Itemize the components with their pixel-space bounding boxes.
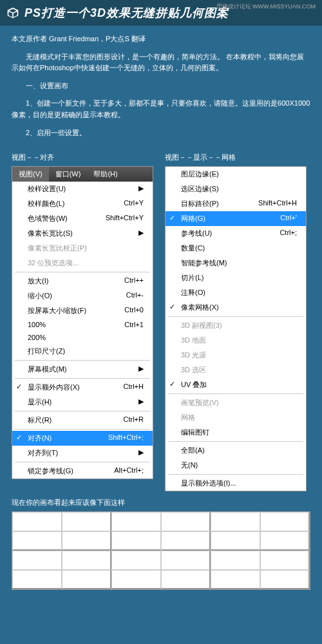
menu-item-label: 校样颜色(L) [28,199,64,209]
grid-cell [62,570,111,589]
submenu-arrow-icon: ▶ [138,184,144,194]
menu-item-label: 网格(G) [181,214,205,223]
menu-item-label: 数量(C) [181,243,205,253]
menu-item-label: 像素网格(X) [181,303,219,312]
menu-right-label: 视图－－显示－－网格 [165,153,310,162]
separator [15,272,150,272]
submenu-arrow-icon: ▶ [138,448,144,458]
menu-item[interactable]: 标尺(R)Ctrl+R [12,413,153,428]
grid-cell [211,551,260,570]
menu-item-label: 标尺(R) [28,415,52,425]
menu-item[interactable]: 缩小(O)Ctrl+- [12,289,153,303]
shortcut: Ctrl+; [279,229,297,238]
submenu-arrow-icon: ▶ [138,365,144,374]
menu-item-label: 屏幕模式(M) [28,365,67,374]
grid-cell [161,512,211,531]
menu-item[interactable]: 色域警告(W)Shift+Ctrl+Y [12,211,153,226]
article-body: 本文原作者 Grant Friedman，P大点S 翻译 无缝模式对于丰富您的图… [0,26,322,153]
separator [15,378,150,379]
menu-item[interactable]: 注释(O) [166,285,306,300]
menubar-help[interactable]: 帮助(H) [87,167,124,182]
menu-item-label: UV 叠加 [181,380,207,390]
menu-item[interactable]: 打印尺寸(Z) [12,344,153,359]
grid-cell [111,512,161,531]
menu-item[interactable]: 切片(L) [166,270,306,285]
menu-item-label: 缩小(O) [28,291,52,301]
menu-item[interactable]: 放大(I)Ctrl++ [12,274,153,289]
menu-item[interactable]: 显示额外选项(I)... [166,476,306,491]
section-heading: 一、设置画布 [12,80,310,92]
shortcut: Ctrl+R [124,415,144,425]
menu-item-label: 编辑图钉 [181,428,209,437]
menu-item-label: 对齐到(T) [28,448,58,458]
page-title: PS打造一个3D效果无缝拼贴几何图案 [24,5,229,21]
menu-item[interactable]: 对齐到(T)▶ [12,446,153,460]
shortcut: Shift+Ctrl+H [258,199,297,209]
menu-item-label: 锁定参考线(G) [28,466,73,476]
separator [15,360,150,361]
menu-item[interactable]: 锁定参考线(G)Alt+Ctrl+; [12,464,153,478]
menu-item-label: 色域警告(W) [28,214,68,223]
menu-item-label: 校样设置(U) [28,184,66,194]
menu-item[interactable]: ✓像素网格(X) [166,300,306,315]
menu-item-label: 3D 选区 [181,365,206,375]
menu-item: 像素长宽比校正(P) [12,241,153,256]
canvas-grid [12,511,310,590]
menu-item[interactable]: ✓对齐(N)Shift+Ctrl+; [12,431,153,446]
menu-item-label: 3D 光源 [181,350,206,360]
shortcut: Ctrl+1 [124,321,144,328]
check-icon: ✓ [16,383,22,391]
watermark: 思缘设计论坛 WWW.MISSYUAN.COM [216,3,316,11]
grid-cell [211,512,260,531]
grid-cell [12,512,62,531]
menu-item-label: 显示额外选项(I)... [181,478,236,488]
menu-item[interactable]: 按屏幕大小缩放(F)Ctrl+0 [12,303,153,318]
menu-item[interactable]: 像素长宽比(S)▶ [12,226,153,241]
menubar-window[interactable]: 窗口(W) [49,167,88,182]
menu-item[interactable]: ✓网格(G)Ctrl+' [166,211,306,226]
menu-item[interactable]: 选区边缘(S) [166,182,306,196]
menu-item-label: 注释(O) [181,288,205,298]
menubar[interactable]: 视图(V) 窗口(W) 帮助(H) [12,167,153,182]
grid-cell [260,531,310,551]
grid-cell [260,512,310,531]
menu-item[interactable]: 目标路径(P)Shift+Ctrl+H [166,196,306,211]
menu-item-label: 目标路径(P) [181,199,219,209]
grid-cell [62,551,111,570]
menu-item[interactable]: 参考线(U)Ctrl+; [166,226,306,241]
menu-item-label: 放大(I) [28,276,48,286]
menu-left-label: 视图－－对齐 [12,153,157,162]
menu-item-label: 显示(H) [28,397,52,407]
menu-item[interactable]: 显示(H)▶ [12,395,153,410]
shortcut: Ctrl+Y [124,199,144,209]
menu-item[interactable]: 校样设置(U)▶ [12,182,153,196]
menubar-view[interactable]: 视图(V) [12,167,49,182]
grid-cell [62,531,111,551]
grid-cell [12,531,62,551]
grid-cell [111,551,161,570]
menu-item[interactable]: 无(N) [166,458,306,473]
menu-item[interactable]: 200% [12,331,153,344]
check-icon: ✓ [16,433,22,442]
menu-item: 3D 选区 [166,363,306,377]
menu-item[interactable]: 屏幕模式(M)▶ [12,362,153,377]
menu-item[interactable]: 智能参考线(M) [166,256,306,270]
separator [15,462,150,462]
menu-item[interactable]: ✓显示额外内容(X)Ctrl+H [12,380,153,395]
menu-item: 画笔预览(V) [166,395,306,410]
menu-item-label: 100% [28,321,46,328]
menu-right: 图层边缘(E)选区边缘(S)目标路径(P)Shift+Ctrl+H✓网格(G)C… [165,166,307,491]
menu-item-label: 像素长宽比(S) [28,229,73,238]
menu-item-label: 切片(L) [181,273,204,283]
menu-item[interactable]: 数量(C) [166,241,306,256]
menu-item-label: 网格 [181,413,195,422]
menu-item[interactable]: 全部(A) [166,443,306,458]
menu-right-items: 图层边缘(E)选区边缘(S)目标路径(P)Shift+Ctrl+H✓网格(G)C… [166,167,306,491]
menu-item[interactable]: 校样颜色(L)Ctrl+Y [12,196,153,211]
menu-left-items: 校样设置(U)▶校样颜色(L)Ctrl+Y色域警告(W)Shift+Ctrl+Y… [12,182,153,478]
menu-item[interactable]: 100%Ctrl+1 [12,318,153,331]
menu-item[interactable]: 编辑图钉 [166,425,306,440]
author-line: 本文原作者 Grant Friedman，P大点S 翻译 [12,33,310,45]
menu-item[interactable]: ✓UV 叠加 [166,377,306,392]
menu-item[interactable]: 图层边缘(E) [166,167,306,182]
